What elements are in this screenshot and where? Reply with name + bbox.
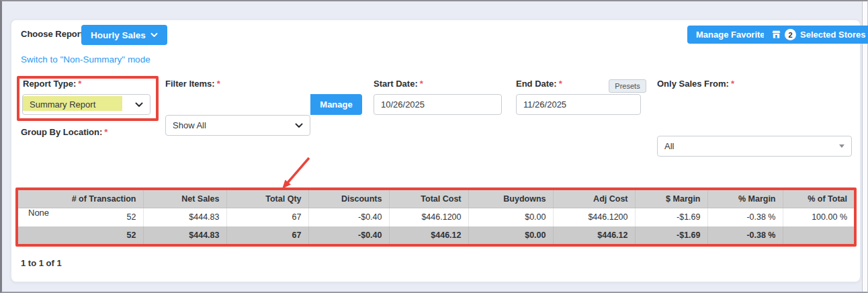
column-header[interactable]: % Margin — [707, 190, 783, 208]
total-dollar-margin: -$1.69 — [635, 226, 707, 244]
column-header[interactable]: Total Cost — [389, 190, 468, 208]
start-date-input[interactable] — [374, 94, 502, 115]
table-row[interactable]: 52 $444.83 67 -$0.40 $446.1200 $0.00 $44… — [18, 208, 854, 226]
total-total-qty: 67 — [226, 226, 308, 244]
report-selector-button[interactable]: Hourly Sales — [81, 25, 167, 45]
column-header[interactable]: # of Transaction — [18, 190, 143, 208]
column-header[interactable]: % of Total — [783, 190, 854, 208]
cell-total-cost: $446.1200 — [389, 208, 468, 226]
caret-down-icon — [839, 144, 844, 148]
red-arrow-icon — [274, 156, 316, 192]
table-header-row: # of Transaction Net Sales Total Qty Dis… — [18, 190, 854, 208]
column-header[interactable]: Buydowns — [468, 190, 553, 208]
end-date-input[interactable] — [516, 94, 641, 115]
column-header[interactable]: Adj Cost — [553, 190, 635, 208]
table-totals-row: 52 $444.83 67 -$0.40 $446.12 $0.00 $446.… — [18, 226, 854, 244]
only-sales-from-value: All — [664, 141, 674, 151]
report-type-label: Report Type:* — [23, 79, 81, 89]
choose-report-label: Choose Report — [21, 29, 83, 39]
chevron-down-icon — [150, 32, 158, 38]
group-by-location-label: Group By Location:* — [21, 127, 107, 137]
total-net-sales: $444.83 — [143, 226, 226, 244]
manage-filter-items-button[interactable]: Manage — [310, 94, 362, 115]
cell-buydowns: $0.00 — [468, 208, 553, 226]
report-type-value: Summary Report — [30, 99, 95, 110]
column-header[interactable]: $ Margin — [635, 190, 707, 208]
selected-stores-button[interactable]: 2 Selected Stores — [764, 26, 868, 44]
store-icon — [772, 30, 781, 39]
chevron-down-icon — [295, 123, 303, 128]
filter-items-label: Filter Items:* — [165, 79, 220, 89]
total-total-cost: $446.12 — [389, 226, 468, 244]
total-discounts: -$0.40 — [308, 226, 389, 244]
report-type-select[interactable]: Summary Report — [22, 94, 150, 115]
cell-adj-cost: $446.1200 — [553, 208, 635, 226]
cell-discounts: -$0.40 — [308, 208, 389, 226]
cell-pct-margin: -0.38 % — [707, 208, 783, 226]
report-table: # of Transaction Net Sales Total Qty Dis… — [18, 190, 854, 244]
group-by-location-value: None — [28, 208, 49, 218]
cell-pct-of-total: 100.00 % — [783, 208, 854, 226]
column-header[interactable]: Discounts — [308, 190, 389, 208]
start-date-label: Start Date:* — [374, 79, 423, 89]
presets-button[interactable]: Presets — [609, 79, 646, 93]
chevron-down-icon — [135, 102, 143, 108]
total-adj-cost: $446.12 — [553, 226, 635, 244]
only-sales-from-select[interactable]: All — [657, 136, 852, 157]
cell-net-sales: $444.83 — [143, 208, 226, 226]
switch-mode-link[interactable]: Switch to "Non-Summary" mode — [21, 54, 150, 65]
filter-items-value: Show All — [173, 120, 206, 130]
end-date-label: End Date:* — [516, 79, 562, 89]
vertical-scrollbar[interactable] — [862, 1, 867, 292]
cell-total-qty: 67 — [226, 208, 308, 226]
only-sales-from-label: Only Sales From:* — [657, 79, 734, 89]
pagination-status: 1 to 1 of 1 — [21, 258, 62, 268]
filter-items-select[interactable]: Show All — [165, 115, 310, 136]
selected-stores-count-badge: 2 — [785, 29, 796, 40]
total-pct-of-total — [783, 226, 854, 244]
report-selector-value: Hourly Sales — [91, 30, 146, 40]
total-buydowns: $0.00 — [468, 226, 553, 244]
total-pct-margin: -0.38 % — [707, 226, 783, 244]
column-header[interactable]: Net Sales — [143, 190, 226, 208]
selected-stores-label: Selected Stores — [800, 30, 866, 40]
app-window: Choose Report Hourly Sales Switch to "No… — [0, 0, 868, 293]
total-num-transactions: 52 — [18, 226, 143, 244]
column-header[interactable]: Total Qty — [226, 190, 308, 208]
cell-dollar-margin: -$1.69 — [635, 208, 707, 226]
